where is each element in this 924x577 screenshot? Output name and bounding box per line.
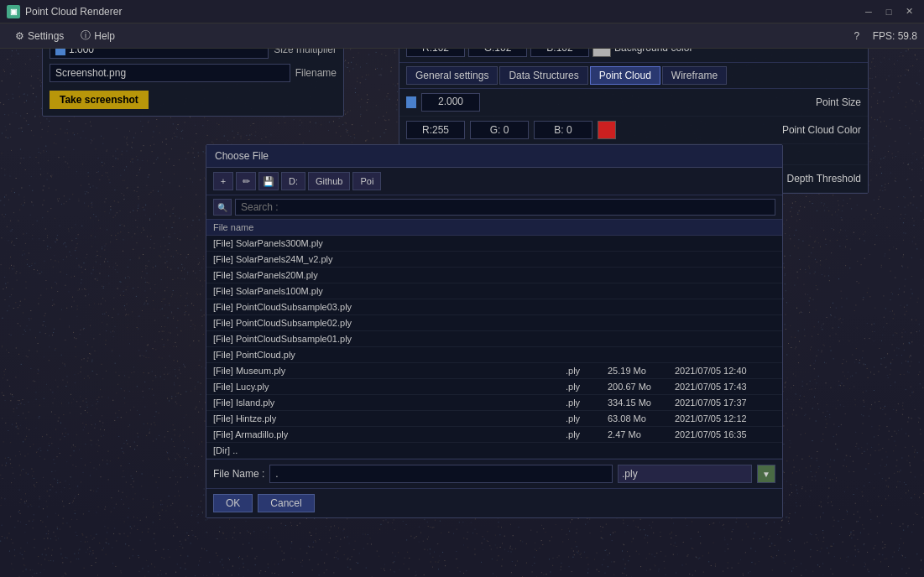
list-item[interactable]: [File] PointCloud.ply — [206, 347, 782, 363]
ext-input[interactable] — [618, 465, 752, 483]
menu-bar: ⚙ Settings ⓘ Help ? FPS: 59.8 — [0, 23, 924, 49]
close-button[interactable]: ✕ — [901, 5, 917, 18]
list-item[interactable]: [File] Armadillo.ply .ply 2.47 Mo 2021/0… — [206, 427, 782, 443]
list-item[interactable]: [File] PointCloudSubsample01.ply — [206, 331, 782, 347]
list-item[interactable]: [File] Museum.ply .ply 25.19 Mo 2021/07/… — [206, 363, 782, 379]
file-list-header: File name — [206, 220, 782, 236]
list-item[interactable]: [File] SolarPanels20M.ply — [206, 268, 782, 283]
list-item[interactable]: [File] PointCloudSubsample03.ply — [206, 299, 782, 315]
list-item[interactable]: [Dir] .. — [206, 443, 782, 459]
fps-display: ? FPS: 59.8 — [854, 30, 917, 42]
ok-button[interactable]: OK — [213, 494, 253, 512]
settings-label: Settings — [28, 30, 64, 42]
search-input[interactable] — [235, 199, 775, 216]
dialog-buttons: OK Cancel — [206, 488, 782, 517]
tab-wireframe[interactable]: Wireframe — [662, 66, 727, 85]
poi-button[interactable]: Poi — [352, 172, 381, 190]
list-item[interactable]: [File] Lucy.ply .ply 200.67 Mo 2021/07/0… — [206, 379, 782, 395]
take-screenshot-button[interactable]: Take screenshot — [50, 91, 149, 109]
help-menu[interactable]: ⓘ Help — [72, 23, 123, 48]
depth-label: Depth Threshold — [787, 173, 862, 185]
list-item[interactable]: [File] Hintze.ply .ply 63.08 Mo 2021/07/… — [206, 411, 782, 427]
filename-row: Filename — [50, 64, 337, 82]
pc-r-button[interactable]: R:255 — [406, 121, 465, 139]
window-controls: ─ □ ✕ — [860, 5, 917, 18]
file-list: [File] SolarPanels300M.ply [File] SolarP… — [206, 236, 782, 459]
list-item[interactable]: [File] Island.ply .ply 334.15 Mo 2021/07… — [206, 395, 782, 411]
maximize-button[interactable]: □ — [880, 5, 897, 18]
filename-input[interactable] — [269, 465, 613, 483]
rendering-tabs: General settings Data Structures Point C… — [399, 63, 868, 89]
pc-color-row: R:255 G: 0 B: 0 Point Cloud Color — [399, 117, 868, 144]
brush-button[interactable]: ✏ — [236, 172, 256, 190]
col-header-name: File name — [213, 222, 566, 232]
filename-input-row: File Name : ▼ — [206, 459, 782, 488]
pc-color-label: Point Cloud Color — [782, 124, 861, 136]
point-size-row: 2.000 Point Size — [399, 89, 868, 117]
choose-file-panel: Choose File + ✏ 💾 D: Github Poi 🔍 File n… — [206, 144, 783, 518]
choose-toolbar: + ✏ 💾 D: Github Poi — [206, 168, 782, 195]
search-icon-button[interactable]: 🔍 — [213, 199, 232, 216]
list-item[interactable]: [File] SolarPanels300M.ply — [206, 236, 782, 252]
choose-file-header: Choose File — [206, 145, 782, 168]
minimize-button[interactable]: ─ — [860, 5, 877, 18]
gear-icon: ⚙ — [15, 30, 24, 42]
fps-value: FPS: 59.8 — [873, 30, 917, 42]
pc-color-swatch[interactable] — [598, 121, 616, 139]
app-title: Point Cloud Renderer — [25, 6, 860, 18]
point-size-indicator — [406, 96, 416, 108]
title-bar: ▣ Point Cloud Renderer ─ □ ✕ — [0, 0, 924, 23]
help-symbol: ? — [854, 30, 860, 42]
add-button[interactable]: + — [213, 172, 233, 190]
tab-general-settings[interactable]: General settings — [406, 66, 498, 85]
save-button[interactable]: 💾 — [258, 172, 279, 190]
search-row: 🔍 — [206, 195, 782, 220]
filename-label: Filename — [295, 67, 337, 79]
drive-button[interactable]: D: — [281, 172, 305, 190]
point-size-value[interactable]: 2.000 — [421, 93, 480, 112]
filename-row-label: File Name : — [213, 468, 264, 480]
list-item[interactable]: [File] SolarPanels24M_v2.ply — [206, 252, 782, 268]
choose-file-title: Choose File — [215, 150, 269, 162]
tab-point-cloud[interactable]: Point Cloud — [590, 66, 660, 85]
tab-data-structures[interactable]: Data Structures — [499, 66, 587, 85]
settings-menu[interactable]: ⚙ Settings — [7, 23, 72, 48]
list-item[interactable]: [File] PointCloudSubsample02.ply — [206, 315, 782, 331]
pc-g-button[interactable]: G: 0 — [470, 121, 529, 139]
cancel-button[interactable]: Cancel — [258, 494, 314, 512]
ext-dropdown-button[interactable]: ▼ — [757, 465, 775, 483]
screenshot-filename-input[interactable] — [50, 64, 290, 82]
list-item[interactable]: [File] SolarPanels100M.ply — [206, 283, 782, 299]
help-label: Help — [94, 30, 115, 42]
point-size-label: Point Size — [816, 96, 861, 108]
help-icon: ⓘ — [81, 29, 91, 43]
github-button[interactable]: Github — [308, 172, 350, 190]
pc-b-button[interactable]: B: 0 — [534, 121, 593, 139]
app-icon: ▣ — [7, 5, 20, 18]
